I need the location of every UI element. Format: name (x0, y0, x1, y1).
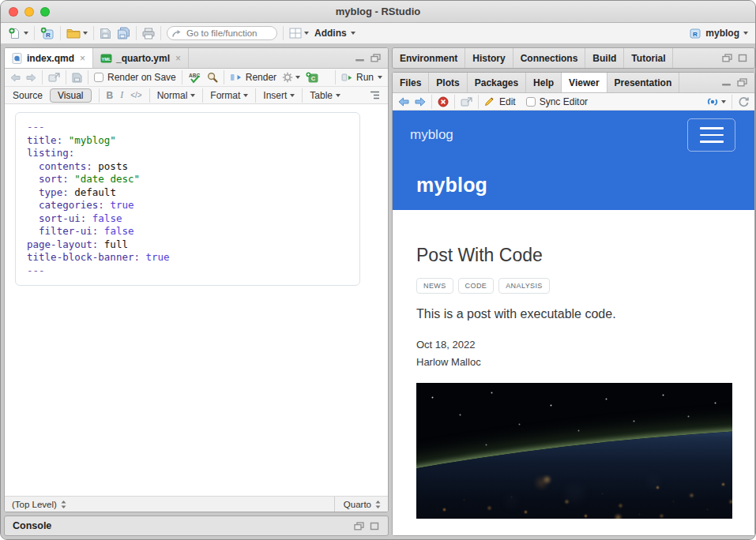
maximize-pane-button[interactable] (370, 54, 381, 62)
format-toolbar: Source Visual B I </> Normal Format (5, 87, 388, 104)
r-project-icon: R (689, 28, 701, 39)
post-hero-image-earth-at-night (416, 383, 732, 519)
insert-caret-icon (290, 94, 295, 97)
table-caret-icon (336, 94, 340, 97)
save-button[interactable] (100, 28, 111, 39)
publish-icon (706, 96, 719, 107)
new-project-button[interactable]: R (40, 27, 55, 40)
run-button[interactable]: Run (341, 72, 382, 83)
viewer-back-icon[interactable] (398, 97, 409, 107)
insert-chunk-icon[interactable]: C (306, 72, 318, 83)
close-tab-icon[interactable]: × (175, 53, 181, 64)
minimize-pane-button[interactable] (355, 54, 365, 62)
rstudio-window: myblog - RStudio R (0, 0, 756, 540)
project-menu[interactable]: R myblog (689, 28, 748, 39)
maximize-pane-button[interactable] (738, 54, 747, 62)
tab-quarto-yml[interactable]: YML _quarto.yml × (93, 48, 189, 68)
source-mode-button[interactable]: Source (13, 90, 43, 101)
save-all-button[interactable] (117, 27, 130, 39)
open-file-caret-icon (83, 32, 88, 35)
new-project-icon: R (40, 27, 55, 40)
tab-plots[interactable]: Plots (429, 73, 467, 92)
italic-button[interactable]: I (120, 89, 123, 101)
tab-files[interactable]: Files (393, 73, 429, 92)
popout-icon[interactable] (48, 73, 60, 82)
tab-index-qmd[interactable]: index.qmd × (5, 48, 93, 68)
tab-presentation[interactable]: Presentation (607, 73, 680, 92)
table-menu[interactable]: Table (310, 90, 340, 101)
format-menu[interactable]: Format (210, 90, 248, 101)
close-tab-icon[interactable]: × (80, 53, 85, 64)
tab-environment[interactable]: Environment (393, 48, 465, 68)
pane-layout-button[interactable] (289, 28, 309, 39)
hamburger-menu-button[interactable] (687, 118, 735, 152)
yaml-code-block[interactable]: ---title: "myblog"listing: contents: pos… (15, 112, 360, 286)
refresh-icon[interactable] (738, 96, 749, 107)
paragraph-style-dropdown[interactable]: Normal (157, 90, 196, 101)
render-button[interactable]: Render (230, 72, 276, 83)
tab-history[interactable]: History (465, 48, 513, 68)
maximize-pane-button[interactable] (737, 78, 747, 87)
category-badge[interactable]: NEWS (416, 278, 453, 294)
pane-layout-icon (289, 28, 302, 39)
tab-connections[interactable]: Connections (513, 48, 586, 68)
tab-label: _quarto.yml (116, 53, 170, 64)
maximize-pane-button[interactable] (370, 522, 379, 531)
new-file-button[interactable] (8, 27, 28, 40)
open-folder-icon (66, 28, 81, 39)
search-icon[interactable] (207, 72, 218, 83)
forward-icon[interactable] (26, 73, 36, 82)
checkbox-box[interactable] (94, 73, 103, 82)
updown-icon (375, 501, 381, 508)
category-badge[interactable]: CODE (458, 278, 495, 294)
bold-button[interactable]: B (107, 90, 114, 101)
tab-build[interactable]: Build (585, 48, 624, 68)
outline-toggle-icon[interactable] (370, 91, 380, 99)
minimize-pane-button[interactable] (721, 78, 732, 87)
edit-button[interactable]: Edit (484, 96, 516, 107)
restore-pane-button[interactable] (722, 54, 732, 62)
console-pane-header[interactable]: Console (4, 516, 389, 536)
restore-pane-button[interactable] (354, 522, 364, 531)
viewer-forward-icon[interactable] (415, 97, 426, 107)
goto-file-search (167, 26, 277, 40)
post-date: Oct 18, 2022 (416, 336, 732, 354)
open-file-button[interactable] (66, 28, 88, 39)
gear-icon (282, 72, 293, 83)
editor-body[interactable]: ---title: "myblog"listing: contents: pos… (5, 104, 388, 496)
scope-selector[interactable]: (Top Level) (12, 500, 66, 509)
tab-tutorial[interactable]: Tutorial (624, 48, 673, 68)
tab-packages[interactable]: Packages (468, 73, 526, 92)
sync-editor-checkbox[interactable]: Sync Editor (526, 96, 588, 107)
tab-viewer[interactable]: Viewer (562, 73, 607, 92)
tab-help[interactable]: Help (526, 73, 562, 92)
save-doc-icon[interactable] (72, 73, 82, 83)
source-pane: index.qmd × YML _quarto.yml × (4, 47, 389, 512)
render-on-save-checkbox[interactable]: Render on Save (94, 72, 176, 83)
render-settings-button[interactable] (282, 72, 300, 83)
category-badge[interactable]: ANALYSIS (498, 278, 550, 294)
run-icon (341, 73, 352, 82)
print-button[interactable] (142, 28, 155, 39)
updown-icon (61, 501, 66, 508)
format-caret-icon (243, 94, 248, 97)
viewer-toolbar: Edit Sync Editor (393, 93, 754, 111)
publish-button[interactable] (706, 96, 726, 107)
goto-file-input[interactable] (167, 26, 277, 40)
viewer-popout-icon[interactable] (461, 97, 472, 107)
back-icon[interactable] (10, 73, 21, 82)
insert-menu[interactable]: Insert (263, 90, 295, 101)
visual-mode-button[interactable]: Visual (50, 88, 91, 103)
mode-selector[interactable]: Quarto (334, 497, 388, 512)
code-button[interactable]: </> (130, 91, 141, 99)
paragraph-style-caret-icon (190, 94, 195, 97)
editor-statusbar: (Top Level) Quarto (5, 496, 388, 512)
viewer-content: myblog myblog Post With Code NEWS (393, 111, 754, 535)
checkbox-box[interactable] (526, 97, 536, 107)
stop-icon[interactable] (438, 96, 449, 107)
tab-label: index.qmd (27, 53, 74, 64)
addins-menu[interactable]: Addins (314, 28, 355, 39)
spellcheck-icon[interactable]: ABC (188, 72, 201, 84)
blog-navbar-brand[interactable]: myblog (410, 127, 453, 143)
right-column: Environment History Connections Build Tu… (392, 47, 755, 536)
